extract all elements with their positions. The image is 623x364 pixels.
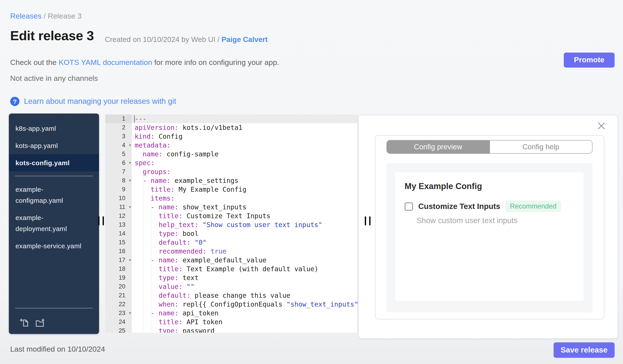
code-text[interactable]: default: "0" <box>132 238 357 247</box>
code-text[interactable]: - name: example_default_value <box>132 256 357 265</box>
code-text[interactable]: title: API token <box>132 318 357 326</box>
code-text[interactable]: title: Customize Text Inputs <box>132 212 357 221</box>
fold-arrow-icon[interactable]: ▾ <box>129 159 131 167</box>
code-text[interactable]: help_text: "Show custom user text inputs… <box>132 221 357 229</box>
code-line[interactable]: 11▾ - name: show_text_inputs <box>105 203 357 212</box>
sidebar-file-item[interactable]: kots-config.yaml <box>9 154 99 171</box>
created-author-link[interactable]: Paige Calvert <box>222 35 268 43</box>
line-number: 7 <box>105 167 132 176</box>
line-number: 16 <box>105 247 132 256</box>
code-line[interactable]: 5 name: config-sample <box>105 150 357 159</box>
code-line[interactable]: 24 title: API token <box>105 318 357 326</box>
code-text[interactable]: title: My Example Config <box>132 185 357 194</box>
file-list: k8s-app.yamlkots-app.yamlkots-config.yam… <box>9 114 99 254</box>
sidebar-file-item[interactable]: k8s-app.yaml <box>9 120 99 137</box>
code-line[interactable]: 6▾spec: <box>105 159 357 167</box>
code-text[interactable]: type: password <box>132 326 357 333</box>
new-folder-icon[interactable] <box>35 318 45 328</box>
code-line[interactable]: 13 help_text: "Show custom user text inp… <box>105 221 357 229</box>
code-text[interactable]: - name: show_text_inputs <box>132 203 357 212</box>
line-number: 19 <box>105 273 132 282</box>
indent-guide <box>143 150 143 333</box>
code-line[interactable]: 19 type: text <box>105 273 357 282</box>
code-text[interactable]: name: config-sample <box>132 150 357 159</box>
sidebar-file-item[interactable]: kots-app.yaml <box>9 137 99 154</box>
indent-guide <box>151 185 151 333</box>
git-releases-link[interactable]: Learn about managing your releases with … <box>24 97 176 106</box>
config-card: My Example Config Customize Text Inputs … <box>395 172 584 301</box>
config-item-help: Show custom user text inputs <box>417 216 584 225</box>
code-line[interactable]: 10 items: <box>105 194 357 203</box>
code-line[interactable]: 8▾ - name: example_settings <box>105 176 357 185</box>
channel-status: Not active in any channels <box>10 74 98 83</box>
code-line[interactable]: 4▾metadata: <box>105 141 357 150</box>
code-line[interactable]: 21 default: please change this value <box>105 291 357 300</box>
kots-yaml-doc-link[interactable]: KOTS YAML documentation <box>59 58 152 67</box>
promote-button[interactable]: Promote <box>564 53 615 68</box>
code-text[interactable]: type: bool <box>132 229 357 238</box>
recommended-badge: Recommended <box>506 201 561 212</box>
code-line[interactable]: 16 recommended: true <box>105 247 357 256</box>
close-icon[interactable] <box>597 122 605 130</box>
code-text[interactable]: title: Text Example (with default value) <box>132 265 357 273</box>
code-line[interactable]: 25 type: password <box>105 326 357 333</box>
preview-resize-handle[interactable] <box>365 217 371 225</box>
code-text[interactable]: items: <box>132 194 357 203</box>
fold-arrow-icon[interactable]: ▾ <box>129 309 131 318</box>
config-item-label: Customize Text Inputs <box>418 202 500 211</box>
tab-config-preview[interactable]: Config preview <box>387 141 489 153</box>
code-line[interactable]: 17▾ - name: example_default_value <box>105 256 357 265</box>
line-number: 21 <box>105 291 132 300</box>
fold-arrow-icon[interactable]: ▾ <box>129 176 131 185</box>
code-text[interactable]: --- <box>132 114 357 123</box>
sidebar-file-item[interactable]: example-service.yaml <box>9 237 99 254</box>
sidebar-resize-handle[interactable] <box>98 217 104 225</box>
code-text[interactable]: apiVersion: kots.io/v1beta1 <box>132 123 357 132</box>
fold-arrow-icon[interactable]: ▾ <box>129 141 131 150</box>
code-text[interactable]: - name: example_settings <box>132 176 357 185</box>
breadcrumb-releases-link[interactable]: Releases <box>10 12 42 20</box>
code-line[interactable]: 15 default: "0" <box>105 238 357 247</box>
code-line[interactable]: 14 type: bool <box>105 229 357 238</box>
line-number: 18 <box>105 265 132 273</box>
fold-arrow-icon[interactable]: ▾ <box>129 256 131 265</box>
code-text[interactable]: metadata: <box>132 141 357 150</box>
code-text[interactable]: kind: Config <box>132 132 357 141</box>
code-line[interactable]: 18 title: Text Example (with default val… <box>105 265 357 273</box>
help-circle-icon[interactable]: ? <box>10 97 20 106</box>
tab-config-help[interactable]: Config help <box>489 141 592 153</box>
fold-arrow-icon[interactable]: ▾ <box>129 203 131 212</box>
sidebar-footer-divider <box>15 308 93 308</box>
sidebar-footer <box>9 303 99 329</box>
save-release-button[interactable]: Save release <box>554 342 615 358</box>
code-line[interactable]: 1--- <box>105 114 357 123</box>
config-checkbox[interactable] <box>404 202 413 210</box>
sidebar-file-item[interactable]: example-configmap.yaml <box>9 181 99 209</box>
code-text[interactable]: default: please change this value <box>132 291 357 300</box>
code-line[interactable]: 7 groups: <box>105 167 357 176</box>
code-line[interactable]: 9 title: My Example Config <box>105 185 357 194</box>
code-text[interactable]: groups: <box>132 167 357 176</box>
line-number: 25 <box>105 326 132 333</box>
code-text[interactable]: value: "" <box>132 282 357 291</box>
code-text[interactable]: recommended: true <box>132 247 357 256</box>
code-text[interactable]: - name: api_token <box>132 309 357 318</box>
config-item-row: Customize Text Inputs Recommended <box>404 201 584 212</box>
line-number: 11▾ <box>105 203 132 212</box>
code-line[interactable]: 23▾ - name: api_token <box>105 309 357 318</box>
edit-release-page: Releases / Release 3 Edit release 3 Crea… <box>0 0 623 364</box>
code-line[interactable]: 2apiVersion: kots.io/v1beta1 <box>105 123 357 132</box>
line-number: 2 <box>105 123 132 132</box>
code-text[interactable]: spec: <box>132 159 357 167</box>
code-line[interactable]: 22 when: repl{{ ConfigOptionEquals "show… <box>105 300 357 309</box>
doc-line-before: Check out the <box>10 58 59 67</box>
code-line[interactable]: 3kind: Config <box>105 132 357 141</box>
code-text[interactable]: when: repl{{ ConfigOptionEquals "show_te… <box>132 300 357 309</box>
code-text[interactable]: type: text <box>132 273 357 282</box>
new-file-icon[interactable] <box>20 318 30 328</box>
breadcrumb-separator: / <box>42 12 48 20</box>
code-line[interactable]: 20 value: "" <box>105 282 357 291</box>
code-line[interactable]: 12 title: Customize Text Inputs <box>105 212 357 221</box>
sidebar-file-item[interactable]: example-deployment.yaml <box>9 209 99 237</box>
yaml-editor[interactable]: 1---2apiVersion: kots.io/v1beta13kind: C… <box>105 114 357 333</box>
